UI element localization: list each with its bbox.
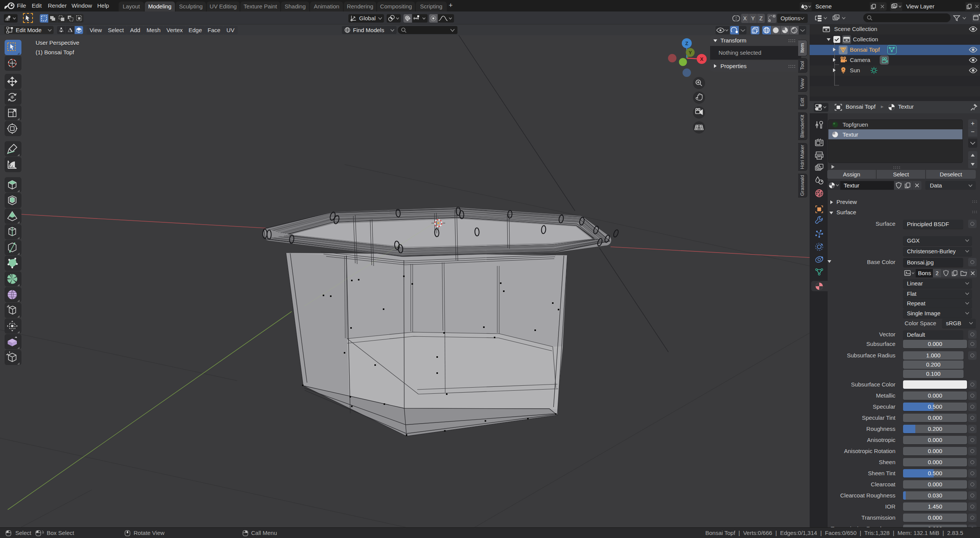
- svg-text:X: X: [700, 56, 704, 62]
- svg-text:Z: Z: [685, 41, 688, 46]
- svg-text:Y: Y: [689, 50, 692, 55]
